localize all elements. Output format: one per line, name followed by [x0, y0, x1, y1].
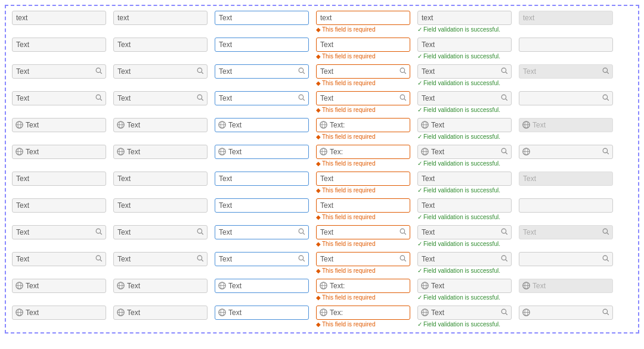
input-r9-c5[interactable]	[519, 252, 613, 266]
input-r0-c4[interactable]	[417, 11, 512, 25]
cell-r10-c3: ◆ This field is required	[312, 276, 414, 303]
input-r9-c1[interactable]	[113, 252, 208, 266]
input-r11-c1[interactable]	[113, 306, 208, 320]
input-r5-c4[interactable]	[417, 145, 512, 159]
input-r2-c3[interactable]	[316, 64, 410, 79]
input-r11-c0[interactable]	[12, 306, 106, 320]
success-icon: ✓	[417, 26, 422, 33]
error-message: ◆ This field is required	[316, 241, 410, 247]
input-r1-c5[interactable]	[519, 38, 613, 52]
input-wrapper	[519, 145, 613, 159]
input-r11-c4[interactable]	[417, 306, 512, 320]
input-r9-c4[interactable]	[417, 252, 512, 266]
input-wrapper	[12, 11, 106, 25]
input-r1-c3[interactable]	[316, 38, 410, 52]
input-r11-c2[interactable]	[215, 306, 309, 320]
cell-r11-c4: ✓ Field validation is successful.	[414, 303, 515, 330]
input-r7-c5[interactable]	[519, 198, 613, 213]
input-r2-c0[interactable]	[12, 64, 106, 79]
input-wrapper	[316, 306, 410, 320]
input-r6-c0[interactable]	[12, 172, 106, 186]
cell-r1-c4: ✓ Field validation is successful.	[414, 35, 515, 62]
cell-r7-c3: ◆ This field is required	[312, 196, 414, 223]
input-r6-c3[interactable]	[316, 172, 410, 186]
input-r2-c5[interactable]	[519, 64, 613, 79]
input-r8-c3[interactable]	[316, 225, 410, 239]
input-r10-c0[interactable]	[12, 279, 106, 293]
input-r9-c3[interactable]	[316, 252, 410, 266]
cell-r2-c5	[515, 62, 617, 89]
input-r9-c0[interactable]	[12, 252, 106, 266]
input-r3-c3[interactable]	[316, 91, 410, 105]
input-r8-c1[interactable]	[113, 225, 208, 239]
input-wrapper	[519, 172, 613, 186]
input-r8-c4[interactable]	[417, 225, 512, 239]
input-r4-c0[interactable]	[12, 118, 106, 132]
input-r3-c2[interactable]	[215, 91, 309, 105]
input-r5-c1[interactable]	[113, 145, 208, 159]
input-r6-c5[interactable]	[519, 172, 613, 186]
error-icon: ◆	[316, 53, 321, 60]
input-r5-c5[interactable]	[519, 145, 613, 159]
input-r4-c4[interactable]	[417, 118, 512, 132]
input-r3-c5[interactable]	[519, 91, 613, 105]
input-r10-c4[interactable]	[417, 279, 512, 293]
input-r10-c5[interactable]	[519, 279, 613, 293]
input-wrapper	[12, 118, 106, 132]
success-message: ✓ Field validation is successful.	[417, 26, 512, 33]
input-r6-c4[interactable]	[417, 172, 512, 186]
input-r3-c1[interactable]	[113, 91, 208, 105]
input-r3-c0[interactable]	[12, 91, 106, 105]
input-r1-c2[interactable]	[215, 38, 309, 52]
input-r4-c3[interactable]	[316, 118, 410, 132]
input-r0-c2[interactable]	[215, 11, 309, 25]
input-wrapper	[519, 225, 613, 239]
success-message: ✓ Field validation is successful.	[417, 187, 512, 194]
input-r6-c2[interactable]	[215, 172, 309, 186]
input-r9-c2[interactable]	[215, 252, 309, 266]
input-r4-c1[interactable]	[113, 118, 208, 132]
error-icon: ◆	[316, 187, 321, 194]
input-r11-c3[interactable]	[316, 306, 410, 320]
input-r6-c1[interactable]	[113, 172, 208, 186]
input-wrapper	[215, 198, 309, 213]
input-r3-c4[interactable]	[417, 91, 512, 105]
input-r5-c2[interactable]	[215, 145, 309, 159]
input-r10-c1[interactable]	[113, 279, 208, 293]
input-r2-c4[interactable]	[417, 64, 512, 79]
input-r7-c3[interactable]	[316, 198, 410, 213]
input-r2-c2[interactable]	[215, 64, 309, 79]
input-r8-c2[interactable]	[215, 225, 309, 239]
cell-r10-c0	[8, 276, 110, 303]
input-r8-c5[interactable]	[519, 225, 613, 239]
input-r11-c5[interactable]	[519, 306, 613, 320]
input-r2-c1[interactable]	[113, 64, 208, 79]
input-r7-c1[interactable]	[113, 198, 208, 213]
input-r10-c3[interactable]	[316, 279, 410, 293]
input-r0-c1[interactable]	[113, 11, 208, 25]
input-r5-c0[interactable]	[12, 145, 106, 159]
input-r4-c2[interactable]	[215, 118, 309, 132]
input-r7-c0[interactable]	[12, 198, 106, 213]
cell-r1-c3: ◆ This field is required	[312, 35, 414, 62]
cell-r2-c0	[8, 62, 110, 89]
input-r0-c3[interactable]	[316, 11, 410, 25]
input-wrapper	[417, 64, 512, 79]
input-r5-c3[interactable]	[316, 145, 410, 159]
input-r0-c5[interactable]	[519, 11, 613, 25]
input-r8-c0[interactable]	[12, 225, 106, 239]
cell-r0-c0	[8, 8, 110, 35]
error-icon: ◆	[316, 267, 321, 274]
error-icon: ◆	[316, 26, 321, 33]
input-r1-c0[interactable]	[12, 38, 106, 52]
input-wrapper	[215, 172, 309, 186]
input-wrapper	[316, 225, 410, 239]
input-r7-c2[interactable]	[215, 198, 309, 213]
input-r7-c4[interactable]	[417, 198, 512, 213]
input-r10-c2[interactable]	[215, 279, 309, 293]
input-r1-c4[interactable]	[417, 38, 512, 52]
error-icon: ◆	[316, 321, 321, 328]
input-r1-c1[interactable]	[113, 38, 208, 52]
input-r0-c0[interactable]	[12, 11, 106, 25]
input-r4-c5[interactable]	[519, 118, 613, 132]
